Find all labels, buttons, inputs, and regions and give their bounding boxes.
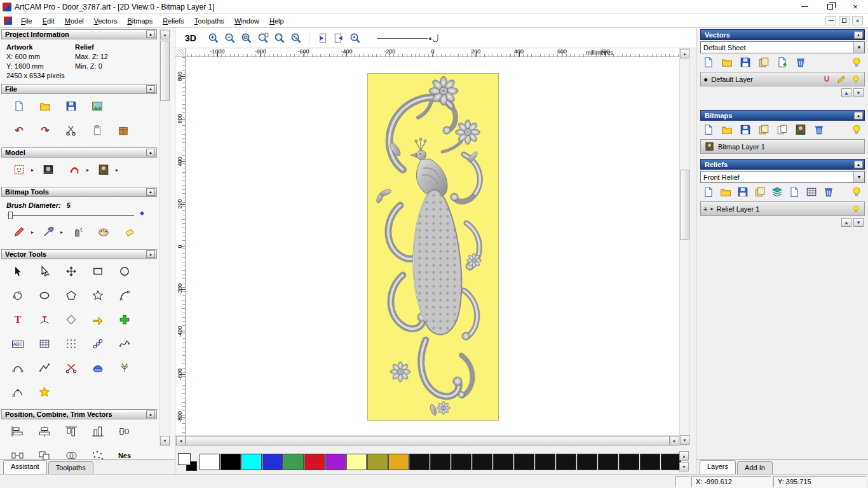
color-swatch[interactable] [556, 454, 576, 470]
menu-window[interactable]: Window [229, 15, 264, 27]
layer-visibility-button[interactable] [850, 202, 862, 216]
menu-help[interactable]: Help [264, 15, 289, 27]
next-view-button[interactable] [331, 31, 346, 45]
create-diamond-button[interactable] [64, 313, 79, 327]
color-swatch[interactable] [388, 454, 409, 470]
section-header-vector-tools[interactable]: Vector Tools ▲ [1, 249, 157, 259]
open-bitmap-layer-button[interactable] [720, 123, 734, 136]
link-nodes-button[interactable] [90, 337, 105, 351]
primary-color-swatch[interactable] [178, 453, 191, 465]
new-model-button[interactable] [11, 99, 27, 113]
collapse-button[interactable]: ▲ [146, 149, 155, 156]
collapse-button[interactable]: ▲ [146, 30, 155, 38]
delete-layer-button[interactable] [794, 56, 808, 69]
relief-stack-button[interactable] [770, 186, 784, 198]
zoom-out-button[interactable] [222, 31, 238, 45]
flyout-arrow-icon[interactable]: ▸ [31, 167, 34, 173]
scroll-up-button[interactable]: ▲ [160, 30, 170, 39]
colour-picker-button[interactable] [41, 225, 56, 239]
vertical-scrollbar[interactable]: ▲ ▼ [679, 48, 690, 445]
toggle-all-visibility-button[interactable] [850, 186, 864, 198]
extrude-button[interactable] [90, 361, 105, 375]
align-center-button[interactable] [37, 424, 52, 438]
flyout-arrow-icon[interactable]: ▸ [116, 167, 118, 173]
minimize-button[interactable] [792, 0, 817, 13]
offset-vectors-button[interactable] [90, 313, 105, 327]
brush-diameter-slider[interactable]: ◆ [8, 210, 151, 220]
assistant-scrollbar[interactable]: ▲ ▼ [159, 29, 170, 446]
collapse-button[interactable]: ▲ [146, 188, 155, 196]
create-text-button[interactable]: T [10, 313, 25, 327]
color-swatch[interactable] [577, 454, 597, 470]
previous-view-button[interactable] [315, 31, 330, 45]
palette-scroll-up-button[interactable]: ▲ [679, 451, 689, 461]
paste-button[interactable] [90, 123, 105, 137]
color-swatch[interactable] [451, 454, 471, 470]
merge-relief-layers-button[interactable] [753, 186, 767, 198]
layer-visibility-button[interactable] [850, 72, 862, 86]
section-header-model[interactable]: Model ▲ [1, 147, 157, 158]
arc-segment-button[interactable] [10, 361, 25, 375]
zoom-previous-button[interactable] [348, 31, 363, 45]
create-rectangle-button[interactable] [90, 264, 105, 278]
section-header-file[interactable]: File ▲ [1, 84, 157, 94]
delete-relief-layer-button[interactable] [822, 186, 836, 198]
view-3d-button[interactable]: 3D [182, 32, 200, 44]
color-swatch[interactable] [640, 454, 660, 470]
scroll-up-button[interactable]: ▲ [680, 49, 689, 58]
color-swatch[interactable] [304, 454, 325, 470]
colour-palette-button[interactable] [96, 225, 111, 239]
copy-bitmap-layer-button[interactable] [775, 123, 789, 136]
collapse-button[interactable]: ▲ [854, 112, 863, 119]
edit-layer-button[interactable] [836, 72, 847, 86]
color-swatch[interactable] [346, 454, 367, 470]
scatter-copies-button[interactable] [90, 449, 105, 459]
align-middle-button[interactable] [117, 424, 132, 438]
move-layer-up-button[interactable]: ▲ [841, 218, 851, 227]
create-arc-button[interactable] [117, 288, 132, 302]
create-ellipse-button[interactable] [37, 288, 52, 302]
align-bottom-button[interactable] [90, 424, 105, 438]
toggle-all-visibility-button[interactable] [850, 56, 864, 69]
relief-layer-row[interactable]: + ▸ Relief Layer 1 [700, 201, 865, 216]
sculpt-face-button[interactable] [11, 163, 27, 177]
child-restore-button[interactable] [839, 16, 850, 25]
collapse-button[interactable]: ▲ [146, 410, 155, 418]
merge-layers-button[interactable] [757, 56, 771, 69]
primary-secondary-color-selector[interactable] [178, 453, 197, 471]
save-bitmap-layer-button[interactable] [738, 123, 752, 136]
tab-toolpaths[interactable]: Toolpaths [48, 461, 93, 474]
delete-bitmap-layer-button[interactable] [812, 123, 826, 136]
freeform-shape-button[interactable] [10, 288, 25, 302]
color-swatch[interactable] [220, 454, 241, 470]
scrollbar-thumb[interactable] [186, 436, 670, 445]
color-swatch[interactable] [367, 454, 388, 470]
menu-edit[interactable]: Edit [37, 15, 60, 27]
toggle-all-visibility-button[interactable] [850, 123, 864, 136]
save-model-button[interactable] [64, 99, 79, 113]
node-editing-button[interactable] [37, 264, 52, 278]
create-polygon-button[interactable] [64, 288, 79, 302]
merge-bitmap-layers-button[interactable] [757, 123, 771, 136]
transform-vectors-button[interactable] [64, 264, 79, 278]
undo-button[interactable]: ↶ [11, 123, 27, 137]
snap-layer-button[interactable] [821, 72, 832, 86]
collapse-button[interactable]: ▲ [854, 31, 863, 39]
edit-curve-button[interactable] [10, 385, 25, 399]
color-swatch[interactable] [598, 454, 618, 470]
new-vector-layer-button[interactable] [702, 56, 715, 69]
menu-model[interactable]: Model [60, 15, 89, 27]
section-header-position-combine-trim[interactable]: Position, Combine, Trim Vectors ▲ [1, 409, 157, 419]
text-on-curve-button[interactable] [37, 313, 52, 327]
relief-from-curve-button[interactable] [67, 163, 82, 177]
weld-vectors-button[interactable] [64, 449, 79, 459]
reliefs-section-header[interactable]: Reliefs ▲ [700, 159, 865, 170]
import-image-button[interactable] [90, 99, 105, 113]
text-block-button[interactable]: ABC [10, 337, 25, 351]
color-swatch[interactable] [535, 454, 555, 470]
expand-plus-icon[interactable]: + [703, 205, 707, 213]
distribute-button[interactable] [10, 449, 25, 459]
color-swatch[interactable] [325, 454, 346, 470]
scroll-down-button[interactable]: ▼ [680, 435, 689, 445]
fractal-tree-button[interactable] [117, 361, 132, 375]
